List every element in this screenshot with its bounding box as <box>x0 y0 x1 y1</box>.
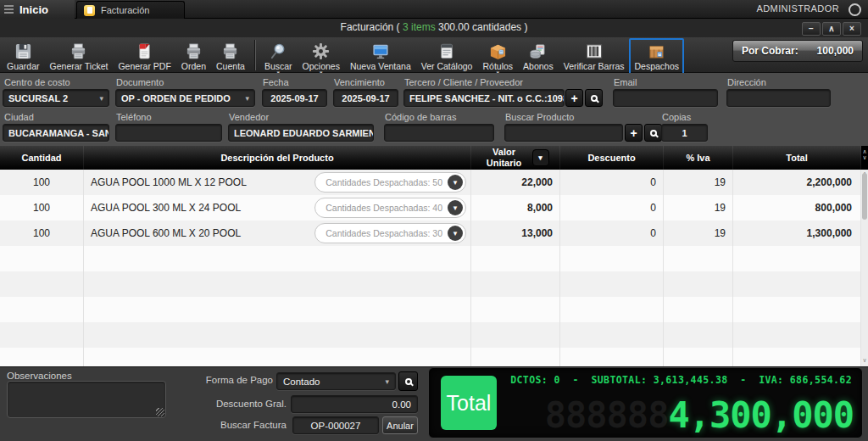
product-name: AGUA POOL 600 ML X 20 POOL <box>91 227 241 239</box>
telefono-label: Teléfono <box>116 112 152 122</box>
chevron-down-icon[interactable]: ▾ <box>448 200 463 215</box>
printer-icon <box>70 42 87 61</box>
maximize-button[interactable]: ∧ <box>822 22 841 36</box>
vendedor-input[interactable]: LEONARD EDUARDO SARMIENTO <box>228 124 374 142</box>
bottom-panel: Observaciones Forma de Pago Contado▾ Des… <box>0 366 868 441</box>
scrollbar-header-arrows[interactable]: ∧∨ <box>861 146 868 170</box>
telefono-input[interactable] <box>115 124 222 142</box>
documento-label: Documento <box>116 77 164 87</box>
empty-row <box>0 271 861 297</box>
grand-total-display: 8888884,300,000 <box>545 398 854 433</box>
logged-user-label: ADMINISTRADOR <box>757 3 839 14</box>
anular-button[interactable]: Anular <box>382 416 418 434</box>
chevron-down-icon[interactable]: ▾ <box>448 175 463 190</box>
col-valor-unitario[interactable]: Valor Unitario▾ <box>471 146 560 170</box>
totals-summary: DCTOS: 0 - SUBTOTAL: 3,613,445.38 - IVA:… <box>510 374 852 386</box>
cantidades-despachadas-badge[interactable]: Cantidades Despachadas: 40▾ <box>314 198 466 218</box>
search-producto-button[interactable] <box>644 124 662 142</box>
vencimiento-label: Vencimiento <box>334 77 385 87</box>
codigo-barras-label: Código de barras <box>385 112 456 122</box>
table-scrollbar[interactable]: ∧∨ ∧ ∨ <box>861 146 868 366</box>
abonos-button[interactable]: Abonos <box>518 38 559 75</box>
centro-label: Centro de costo <box>4 77 70 87</box>
valor-unitario-dropdown-button[interactable]: ▾ <box>532 149 549 166</box>
generar-pdf-button[interactable]: Generar PDF <box>113 38 175 75</box>
copias-input[interactable]: 1 <box>661 124 708 142</box>
cantidades-despachadas-badge[interactable]: Cantidades Despachadas: 30▾ <box>314 223 466 243</box>
tercero-input[interactable]: FELIPE SANCHEZ - NIT. o C.C.:109844 <box>403 89 565 107</box>
ciudad-label: Ciudad <box>4 112 34 122</box>
cantidades-despachadas-badge[interactable]: Cantidades Despachadas: 50▾ <box>314 172 466 193</box>
col-cantidad[interactable]: Cantidad <box>0 146 84 170</box>
por-cobrar-value: 100,000 <box>817 45 854 57</box>
add-tercero-button[interactable]: + <box>565 89 583 107</box>
por-cobrar-label: Por Cobrar: <box>742 45 798 57</box>
gear-icon <box>312 42 330 61</box>
table-header: Cantidad Descripción del Producto Valor … <box>0 146 861 170</box>
col-descripcion[interactable]: Descripción del Producto <box>84 146 471 170</box>
menu-icon[interactable] <box>4 5 14 7</box>
col-descuento[interactable]: Descuento <box>560 146 664 170</box>
buscar-producto-label: Buscar Producto <box>505 112 574 122</box>
table-row[interactable]: 100 AGUA POOL 300 ML X 24 POOL Cantidade… <box>0 195 861 220</box>
rotulos-button[interactable]: Rótulos ▾ <box>477 38 518 78</box>
codigo-barras-input[interactable] <box>384 124 494 142</box>
buscar-producto-input[interactable] <box>504 124 623 142</box>
empty-row <box>0 348 861 366</box>
home-tab[interactable]: Inicio <box>0 0 75 19</box>
email-input[interactable] <box>613 89 718 107</box>
despachos-button[interactable]: Despachos <box>629 38 684 75</box>
col-iva[interactable]: % Iva <box>664 146 733 170</box>
buscar-button[interactable]: Buscar ▾ <box>259 38 298 78</box>
scrollbar-thumb[interactable] <box>862 173 867 220</box>
col-total[interactable]: Total <box>733 146 861 170</box>
table-row[interactable]: 100 AGUA POOL 600 ML X 20 POOL Cantidade… <box>0 220 861 246</box>
add-producto-button[interactable]: + <box>625 124 643 142</box>
search-icon <box>591 95 598 102</box>
search-tercero-button[interactable] <box>585 89 603 107</box>
total-button[interactable]: Total <box>441 376 497 430</box>
fecha-input[interactable]: 2025-09-17 <box>262 89 327 107</box>
product-name: AGUA POOL 300 ML X 24 POOL <box>91 202 241 214</box>
user-avatar[interactable] <box>849 3 861 16</box>
close-button[interactable]: × <box>843 22 861 36</box>
minimize-button[interactable]: − <box>802 22 821 36</box>
generar-ticket-button[interactable]: Generar Ticket <box>45 38 114 75</box>
forma-pago-select[interactable]: Contado▾ <box>276 372 396 390</box>
cuenta-button[interactable]: Cuenta <box>211 38 250 75</box>
descuento-gral-input[interactable]: 0.00 <box>291 395 418 413</box>
fecha-label: Fecha <box>263 77 289 87</box>
verificar-barras-button[interactable]: Verificar Barras <box>559 38 630 75</box>
table-row[interactable]: 100 AGUA POOL 1000 ML X 12 POOL Cantidad… <box>0 170 861 195</box>
ciudad-input[interactable]: BUCARAMANGA - SANT <box>3 124 109 142</box>
search-forma-pago-button[interactable] <box>398 371 418 391</box>
orden-button[interactable]: Orden <box>176 38 211 75</box>
tab-facturacion[interactable]: Facturación <box>76 1 185 19</box>
product-name: AGUA POOL 1000 ML X 12 POOL <box>91 176 247 188</box>
grand-total-value: 4,300,000 <box>668 394 854 436</box>
centro-select[interactable]: SUCURSAL 2▾ <box>3 89 109 107</box>
chevron-down-icon[interactable]: ▾ <box>448 226 463 241</box>
plus-icon: + <box>630 127 637 139</box>
products-table: Cantidad Descripción del Producto Valor … <box>0 146 861 366</box>
nueva-ventana-button[interactable]: Nueva Ventana <box>345 38 416 75</box>
vencimiento-input[interactable]: 2025-09-17 <box>333 89 398 107</box>
printer-icon <box>185 42 203 61</box>
direccion-input[interactable] <box>726 89 831 107</box>
barcode-icon <box>585 42 604 61</box>
por-cobrar-button[interactable]: Por Cobrar: 100,000 <box>732 40 863 62</box>
vendedor-label: Vendedor <box>229 112 269 122</box>
opciones-button[interactable]: Opciones ▾ <box>298 38 345 78</box>
tercero-label: Tercero / Cliente / Proveedor <box>404 77 523 87</box>
ver-catalogo-button[interactable]: Ver Catálogo <box>416 38 478 75</box>
guardar-button[interactable]: Guardar <box>2 38 45 75</box>
monitor-icon <box>371 42 390 61</box>
scroll-down-icon[interactable]: ∨ <box>861 357 868 363</box>
dispatch-box-icon <box>648 42 665 61</box>
observaciones-textarea[interactable] <box>7 381 166 418</box>
documento-select[interactable]: OP - ORDEN DE PEDIDO▾ <box>115 89 255 107</box>
chevron-down-icon: ▾ <box>245 94 249 103</box>
chevron-down-icon: ▾ <box>99 94 103 103</box>
buscar-factura-input[interactable]: OP-000027 <box>292 416 379 434</box>
package-icon <box>489 42 507 61</box>
